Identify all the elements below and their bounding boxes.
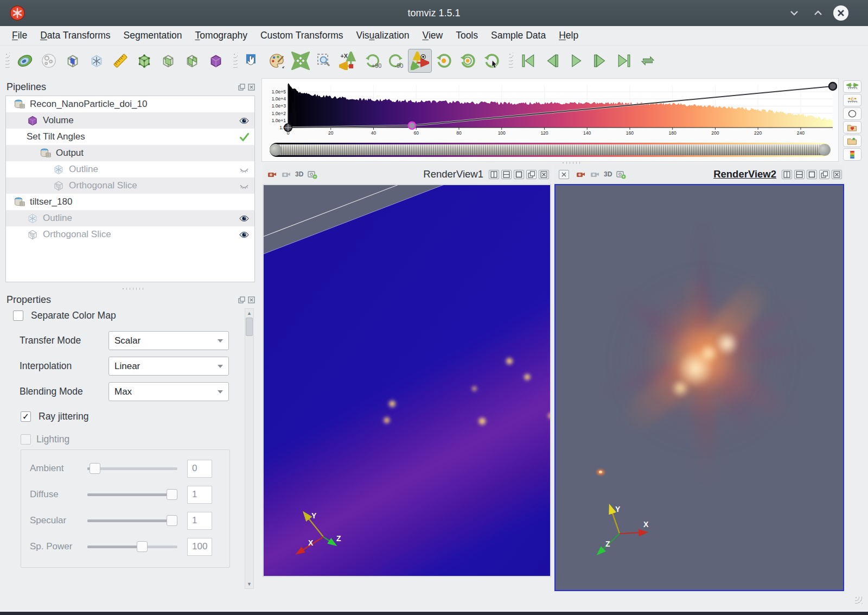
slider-track[interactable] [87, 519, 177, 522]
menu-file[interactable]: File [5, 28, 34, 43]
rotate-plus-90-button[interactable]: +90 [360, 49, 384, 73]
close-view-button[interactable] [539, 170, 549, 179]
visibility-toggle[interactable] [238, 212, 250, 224]
save-preset-button[interactable] [843, 121, 861, 134]
pipeline-item-outline[interactable]: Outline [6, 210, 254, 226]
rotate-minus-90-button[interactable]: -90 [384, 49, 408, 73]
pipeline-item-orthogonal-slice[interactable]: Orthogonal Slice [6, 177, 254, 194]
camera-link-icon[interactable] [576, 170, 585, 179]
color-legend-button[interactable] [843, 148, 861, 161]
close-view-button[interactable] [832, 170, 842, 179]
separate-colormap-checkbox[interactable] [13, 310, 23, 321]
volume-cube-button[interactable] [204, 49, 228, 73]
pipeline-item-outline[interactable]: Outline [6, 161, 254, 177]
maximize-button[interactable] [807, 170, 817, 179]
slider-track[interactable] [87, 467, 177, 470]
slice-volume-button[interactable] [61, 49, 85, 73]
rotate-custom-button[interactable] [480, 49, 503, 73]
toolbar-drag-handle[interactable] [233, 53, 238, 69]
view-splitter-handle[interactable] [562, 162, 582, 164]
zoom-box-button[interactable] [312, 49, 336, 73]
titlebar[interactable]: tomviz 1.5.1 [0, 0, 868, 26]
visibility-toggle[interactable] [238, 115, 250, 126]
menu-segmentation[interactable]: Segmentation [117, 28, 189, 43]
zoom-extents-button[interactable] [289, 49, 312, 73]
camera-reset-icon[interactable] [616, 170, 626, 179]
custom-range-button[interactable]: C [843, 94, 861, 106]
transfer-function-chart[interactable]: 0204060801001201401601802002202401.0e+51… [263, 80, 837, 142]
contour-button[interactable] [13, 49, 37, 73]
maximize-button[interactable] [809, 4, 827, 22]
menu-data-transforms[interactable]: Data Transforms [34, 28, 117, 43]
renderview1-viewport[interactable]: Y X Z [263, 184, 551, 577]
menu-tomography[interactable]: Tomography [189, 28, 254, 43]
pipelines-float-button[interactable] [238, 83, 245, 91]
scroll-down-icon[interactable]: ▼ [247, 581, 252, 587]
visibility-toggle[interactable] [238, 180, 250, 192]
slice-plane-button[interactable] [156, 49, 180, 73]
interpolation-select[interactable]: Linear [108, 357, 229, 376]
close-button[interactable] [832, 4, 850, 22]
split-vertical-button[interactable] [501, 170, 512, 179]
properties-float-button[interactable] [238, 296, 245, 303]
reset-range-button[interactable] [843, 80, 861, 93]
float-view-button[interactable] [526, 170, 537, 179]
toolbar-drag-handle[interactable] [509, 53, 513, 69]
menu-tools[interactable]: Tools [449, 28, 484, 43]
split-horizontal-button[interactable] [782, 170, 792, 179]
slider-value-field[interactable]: 1 [187, 486, 212, 504]
visibility-toggle[interactable] [238, 229, 250, 240]
scroll-up-icon[interactable]: ▲ [247, 310, 252, 316]
opacity-control-point-2[interactable] [829, 83, 837, 90]
split-horizontal-button[interactable] [489, 170, 499, 179]
camera-unlink-icon[interactable] [590, 170, 599, 179]
pipelines-close-button[interactable] [247, 83, 255, 91]
menu-visualization[interactable]: Visualization [350, 28, 416, 43]
histogram-chart[interactable]: 0204060801001201401601802002202401.0e+51… [263, 80, 837, 144]
transfer-mode-select[interactable]: Scalar [108, 331, 229, 350]
pipeline-item-volume[interactable]: Volume [6, 112, 254, 129]
renderview2-viewport[interactable]: Y X Z [554, 184, 844, 591]
colormap-editor-button[interactable] [265, 49, 289, 73]
panel-splitter-handle[interactable] [122, 288, 144, 290]
menu-view[interactable]: View [416, 28, 450, 43]
slider-track[interactable] [87, 493, 177, 496]
resize-grip[interactable] [855, 597, 863, 604]
slider-thumb[interactable] [167, 489, 177, 500]
select-button[interactable] [241, 49, 265, 73]
properties-scrollbar[interactable]: ▲ ▼ [245, 308, 254, 589]
close-pane-button[interactable] [559, 170, 569, 179]
skip-to-start-button[interactable] [516, 49, 540, 73]
pipeline-item-tiltser_180[interactable]: tiltser_180 [6, 194, 254, 210]
pipeline-item-recon_nanoparticle_doi_10[interactable]: Recon_NanoParticle_doi_10 [6, 96, 254, 112]
ruler-button[interactable] [108, 49, 132, 73]
camera-unlink-icon[interactable] [281, 170, 291, 179]
step-forward-button[interactable] [588, 49, 612, 73]
ortho-slices-button[interactable] [180, 49, 204, 73]
slider-thumb[interactable] [167, 515, 177, 526]
maximize-button[interactable] [514, 170, 524, 179]
float-view-button[interactable] [819, 170, 829, 179]
slider-value-field[interactable]: 1 [187, 512, 212, 530]
camera-link-icon[interactable] [267, 170, 277, 179]
scrollbar-thumb[interactable] [246, 318, 253, 336]
menu-sample-data[interactable]: Sample Data [484, 28, 552, 43]
minimize-button[interactable] [786, 4, 803, 22]
reset-x-button[interactable]: +X [336, 49, 360, 73]
skip-to-end-button[interactable] [612, 49, 636, 73]
visibility-toggle[interactable] [238, 163, 250, 175]
pipeline-item-set-tilt-angles[interactable]: Set Tilt Angles [6, 129, 254, 145]
toolbar-drag-handle[interactable] [5, 53, 10, 69]
pipeline-item-orthogonal-slice[interactable]: Orthogonal Slice [6, 226, 254, 243]
slider-value-field[interactable]: 100 [187, 538, 212, 556]
opacity-control-point-1[interactable] [409, 122, 416, 129]
invert-colormap-button[interactable] [843, 107, 861, 120]
lighting-checkbox[interactable] [21, 434, 31, 445]
slider-value-field[interactable]: 0 [187, 460, 212, 478]
slider-thumb[interactable] [137, 541, 148, 552]
camera-reset-icon[interactable] [308, 170, 317, 179]
step-back-button[interactable] [540, 49, 564, 73]
pipeline-item-output[interactable]: Output [6, 145, 254, 161]
play-button[interactable] [564, 49, 588, 73]
slider-track[interactable] [87, 546, 177, 548]
